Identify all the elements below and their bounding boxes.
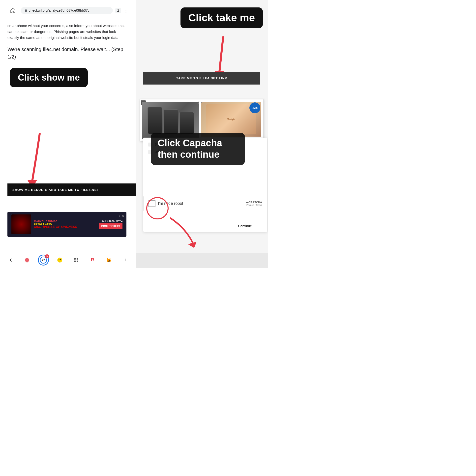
home-button[interactable]: [7, 5, 18, 16]
ad-multiverse: MULTIVERSE OF MADNESS: [34, 225, 77, 229]
right-panel: Click take me TAKE ME TO FILE4.NET LINK …: [136, 0, 268, 268]
click-take-me-bubble: Click take me: [180, 7, 263, 28]
ad-banner: MARVEL STUDIOS Doctor Strange MULTIVERSE…: [7, 212, 126, 237]
plus-icon: +: [124, 257, 127, 263]
click-show-me-bubble: Click show me: [10, 68, 88, 87]
not-robot-label: I'm not a robot: [158, 201, 183, 206]
recaptcha-area: I'm not a robot reCAPTCHA Privacy - Term…: [143, 196, 267, 211]
more-menu-button[interactable]: ⋮: [123, 7, 128, 13]
svg-point-14: [108, 260, 108, 260]
nav-grid-tab[interactable]: [71, 255, 82, 266]
discount-badge: -83%: [249, 102, 260, 113]
svg-point-5: [59, 259, 60, 260]
svg-point-6: [60, 259, 61, 260]
nav-cat-tab[interactable]: [103, 255, 114, 266]
click-take-me-area: Click take me: [180, 7, 263, 28]
svg-marker-12: [107, 258, 108, 259]
arrow-show-me: [20, 131, 50, 188]
click-capacha-bubble: Click Capacha then continue: [151, 133, 245, 165]
show-me-button[interactable]: SHOW ME RESULTS AND TAKE ME TO FILE4.NET: [7, 183, 136, 196]
svg-rect-9: [74, 261, 76, 262]
svg-text:77: 77: [42, 259, 45, 262]
svg-rect-0: [25, 10, 27, 12]
nav-back-button[interactable]: [5, 255, 16, 266]
nav-shield-tab[interactable]: [22, 255, 32, 266]
ad-right-section: ONLY IN CIN MAY 4 BOOK TICKETS: [99, 220, 122, 229]
browser-bar: checkurl.org/analyze?d=087de08bb37c 2 ⋮: [7, 5, 128, 18]
bottom-grey-area: [136, 253, 268, 268]
url-bar[interactable]: checkurl.org/analyze?d=087de08bb37c: [21, 7, 113, 14]
svg-rect-8: [77, 258, 78, 260]
svg-point-15: [109, 260, 110, 260]
recaptcha-logo: reCAPTCHA Privacy - Terms: [246, 201, 262, 206]
ad-showing-info: ONLY IN CIN MAY 4: [99, 220, 122, 222]
captcha-checkbox[interactable]: [149, 200, 155, 207]
scanning-status: We're scanning file4.net domain. Please …: [7, 46, 128, 60]
tab-close-badge[interactable]: ✕: [45, 254, 49, 258]
svg-point-11: [107, 259, 111, 262]
recaptcha-brand: reCAPTCHA: [246, 201, 262, 204]
recaptcha-left: I'm not a robot: [149, 200, 183, 207]
lock-icon: [24, 8, 27, 13]
capacha-text: Click Capacha then continue: [158, 138, 238, 160]
svg-marker-19: [188, 242, 197, 248]
continue-button[interactable]: Continue: [223, 222, 267, 230]
recaptcha-terms: Privacy - Terms: [246, 204, 262, 206]
svg-point-4: [57, 258, 62, 263]
ad-image: [11, 214, 31, 234]
svg-rect-10: [77, 261, 78, 262]
url-text: checkurl.org/analyze?d=087de08bb37c: [29, 8, 89, 12]
nav-plus-button[interactable]: +: [120, 255, 131, 266]
ad-marvel-label: MARVEL STUDIOS: [34, 220, 77, 222]
bottom-nav: ✕ 77 R +: [0, 252, 136, 268]
book-tickets-button[interactable]: BOOK TICKETS: [99, 223, 122, 229]
popup-x-icon[interactable]: ✕: [200, 101, 203, 104]
nav-active-tab[interactable]: ✕ 77: [38, 255, 49, 266]
ad-close-icon[interactable]: ✕: [122, 214, 124, 218]
page-description: smartphone without your concerns, also i…: [7, 23, 128, 41]
ad-info-icon: ℹ: [119, 214, 120, 218]
nav-emoji-tab[interactable]: [54, 255, 65, 266]
svg-rect-7: [74, 258, 76, 260]
svg-marker-13: [109, 258, 111, 259]
nav-r-tab[interactable]: R: [87, 255, 98, 266]
popup-info-icon: ℹ: [198, 101, 199, 104]
take-me-button[interactable]: TAKE ME TO FILE4.NET LINK: [143, 72, 260, 85]
tab-badge[interactable]: 2: [115, 8, 121, 13]
